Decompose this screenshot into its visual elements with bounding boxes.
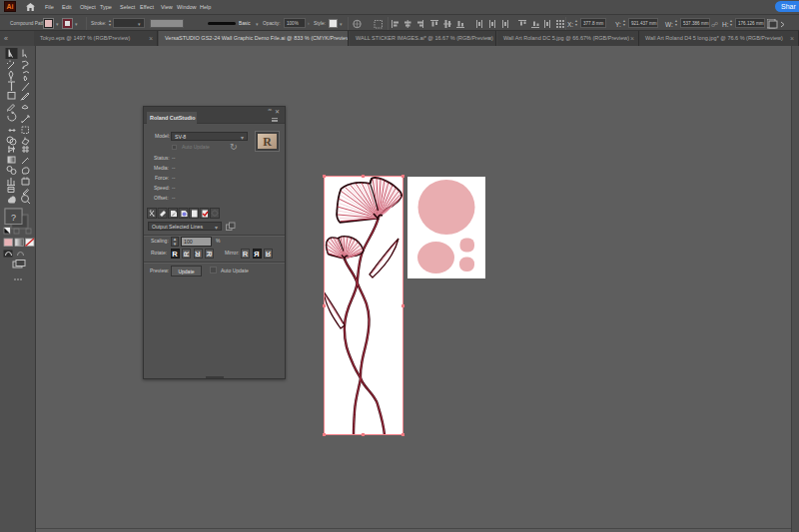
svg-text:?: ? — [11, 213, 16, 223]
